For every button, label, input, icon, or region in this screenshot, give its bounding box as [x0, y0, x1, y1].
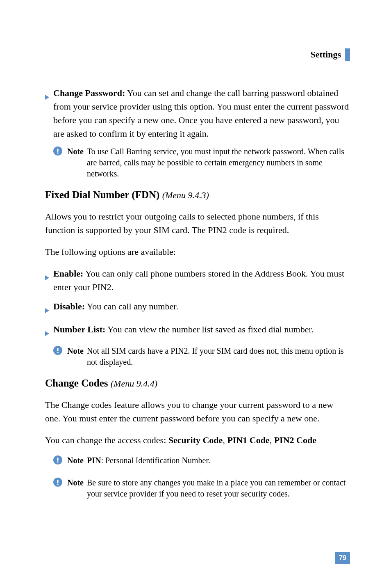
svg-rect-14: [57, 480, 58, 483]
pin-bold: PIN: [87, 456, 101, 465]
svg-point-12: [57, 461, 59, 463]
note-text: To use Call Barring service, you must in…: [87, 146, 350, 179]
fdn-para1: Allows you to restrict your outgoing cal…: [45, 210, 350, 237]
fdn-enable-item: Enable: You can only call phone numbers …: [45, 267, 350, 294]
change-codes-para1: The Change codes feature allows you to c…: [45, 398, 350, 425]
page-content: Change Password: You can set and change …: [45, 86, 350, 499]
svg-marker-6: [45, 331, 49, 336]
pin2-code: PIN2 Code: [274, 435, 316, 445]
svg-marker-0: [45, 95, 49, 100]
fdn-para2: The following options are available:: [45, 245, 350, 259]
fdn-heading: Fixed Dial Number (FDN) (Menu 9.4.3): [45, 189, 350, 201]
svg-marker-5: [45, 308, 49, 313]
fdn-enable-label: Enable:: [53, 268, 83, 279]
note-label: Note: [67, 146, 84, 179]
svg-rect-11: [57, 458, 58, 461]
change-password-item: Change Password: You can set and change …: [45, 86, 350, 140]
fdn-disable-text: Disable: You can call any number.: [53, 300, 350, 313]
fdn-enable-desc: You can only call phone numbers stored i…: [53, 268, 344, 292]
svg-rect-8: [57, 348, 58, 351]
bullet-triangle-icon: [45, 270, 49, 284]
fdn-disable-label: Disable:: [53, 301, 85, 311]
note-alert-icon: [53, 146, 62, 158]
fdn-disable-item: Disable: You can call any number.: [45, 300, 350, 317]
change-codes-para2: You can change the access codes: Securit…: [45, 433, 350, 447]
page-number: 79: [335, 552, 350, 564]
note-label: Note: [67, 455, 84, 466]
header-accent-bar: [345, 48, 350, 61]
note-store-changes: Note Be sure to store any changes you ma…: [53, 477, 350, 499]
pin1-code: PIN1 Code: [227, 435, 269, 445]
note-content: Note Be sure to store any changes you ma…: [67, 477, 350, 499]
header-title: Settings: [310, 49, 341, 60]
note-pin-definition: Note PIN: Personal Identification Number…: [53, 455, 350, 467]
note-label: Note: [67, 345, 84, 368]
change-codes-heading-text: Change Codes: [45, 378, 108, 389]
fdn-numberlist-label: Number List:: [53, 324, 105, 334]
bullet-triangle-icon: [45, 326, 49, 340]
svg-point-9: [57, 352, 59, 353]
note-content: Note To use Call Barring service, you mu…: [67, 146, 350, 179]
svg-marker-4: [45, 275, 49, 280]
svg-point-15: [57, 483, 59, 485]
fdn-disable-desc: You can call any number.: [85, 301, 178, 311]
note-alert-icon: [53, 346, 62, 358]
bullet-triangle-icon: [45, 303, 49, 317]
note-text: PIN: Personal Identification Number.: [87, 455, 350, 466]
bullet-triangle-icon: [45, 90, 49, 103]
fdn-menu-ref: (Menu 9.4.3): [162, 190, 209, 200]
note-alert-icon: [53, 455, 62, 467]
note-content: Note Not all SIM cards have a PIN2. If y…: [67, 345, 350, 368]
change-codes-menu-ref: (Menu 9.4.4): [111, 378, 157, 389]
note-content: Note PIN: Personal Identification Number…: [67, 455, 350, 466]
note-pin2: Note Not all SIM cards have a PIN2. If y…: [53, 345, 350, 368]
change-password-label: Change Password:: [53, 88, 125, 98]
sep: ,: [270, 435, 274, 445]
note-call-barring: Note To use Call Barring service, you mu…: [53, 146, 350, 179]
fdn-numberlist-text: Number List: You can view the number lis…: [53, 323, 350, 336]
fdn-enable-text: Enable: You can only call phone numbers …: [53, 267, 350, 294]
page-header: Settings: [310, 48, 350, 61]
note-text: Be sure to store any changes you make in…: [87, 477, 350, 499]
svg-point-3: [57, 152, 59, 154]
fdn-heading-text: Fixed Dial Number (FDN): [45, 189, 159, 200]
change-codes-pre: You can change the access codes:: [45, 435, 168, 445]
fdn-numberlist-desc: You can view the number list saved as fi…: [105, 324, 314, 334]
note-alert-icon: [53, 478, 62, 490]
security-code: Security Code: [168, 435, 223, 445]
note-text: Not all SIM cards have a PIN2. If your S…: [87, 345, 350, 368]
sep: ,: [223, 435, 227, 445]
fdn-numberlist-item: Number List: You can view the number lis…: [45, 323, 350, 340]
pin-def: : Personal Identification Number.: [101, 456, 210, 465]
note-label: Note: [67, 477, 84, 499]
change-password-text: Change Password: You can set and change …: [53, 86, 350, 140]
change-codes-heading: Change Codes (Menu 9.4.4): [45, 378, 350, 389]
svg-rect-2: [57, 149, 58, 152]
